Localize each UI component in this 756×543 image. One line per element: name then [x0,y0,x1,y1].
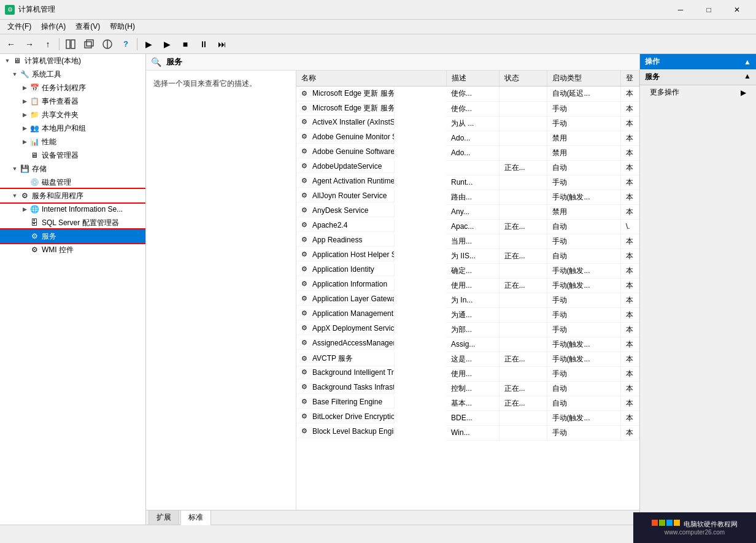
play-selected-button[interactable]: ▶ [158,36,176,52]
col-name[interactable]: 名称 [296,71,446,87]
table-row[interactable]: ⚙AppX Deployment Service ...为部...手动本 [296,322,639,337]
table-row[interactable]: ⚙AllJoyn Router Service路由...手动(触发...本 [296,190,639,204]
col-login[interactable]: 登 [621,71,639,87]
stop-button[interactable]: ■ [177,36,194,52]
service-name-cell: ⚙Apache2.4 [296,219,395,232]
expand-icon-performance[interactable]: ▶ [20,139,29,145]
table-row[interactable]: ⚙App Readiness当用...手动本 [296,234,639,248]
restart-button[interactable]: ⏭ [214,36,231,52]
expand-icon-storage[interactable]: ▼ [10,166,20,172]
table-row[interactable]: ⚙Application Layer Gateway ...为 In...手动本 [296,293,639,307]
service-startup-cell: 手动 [547,293,621,307]
table-row[interactable]: ⚙AVCTP 服务这是...正在...手动(触发...本 [296,352,639,366]
expand-icon-local-users[interactable]: ▶ [20,125,29,131]
table-row[interactable]: ⚙AnyDesk ServiceAny...禁用本 [296,204,639,219]
table-row[interactable]: ⚙Agent Activation Runtime_...Runt...手动本 [296,175,639,190]
table-row[interactable]: ⚙Apache2.4Apac...正在...自动\. [296,219,639,234]
computer-icon: 🖥 [12,56,22,66]
tab-extend[interactable]: 扩展 [148,510,179,525]
service-name-cell: ⚙Application Layer Gateway ... [296,293,395,306]
service-startup-cell: 手动 [547,101,621,116]
table-row[interactable]: ⚙Application Host Helper Se...为 IIS...正在… [296,248,639,263]
table-row[interactable]: ⚙BitLocker Drive Encryption ...BDE...手动(… [296,410,639,425]
col-status[interactable]: 状态 [499,71,547,87]
service-name: Agent Activation Runtime_... [312,177,395,185]
sidebar-item-wmi[interactable]: ⚙ WMI 控件 [0,243,145,256]
service-startup-cell: 自动 [547,248,621,263]
sidebar-item-system-tools[interactable]: ▼ 🔧 系统工具 [0,67,145,81]
wmi-icon: ⚙ [29,245,39,255]
sidebar-item-sql-server[interactable]: 🗄 SQL Server 配置管理器 [0,216,145,229]
expand-icon-task-scheduler[interactable]: ▶ [20,85,29,91]
table-row[interactable]: ⚙Microsoft Edge 更新 服务 (...使你...手动本 [296,101,639,116]
sidebar-item-services[interactable]: ⚙ 服务 [0,229,145,243]
menu-action[interactable]: 操作(A) [36,20,71,33]
right-panel-more-actions[interactable]: 更多操作 ▶ [640,85,756,99]
sidebar-label-event-viewer: 事件查看器 [42,96,79,107]
tab-standard[interactable]: 标准 [180,510,211,525]
sidebar-item-task-scheduler[interactable]: ▶ 📅 任务计划程序 [0,81,145,94]
service-login-cell: 本 [621,234,639,248]
service-name-cell: ⚙AdobeUpdateService [296,160,395,173]
table-row[interactable]: ⚙Application Information使用...正在...手动(触发.… [296,278,639,293]
service-desc-cell: 为部... [446,322,499,337]
table-row[interactable]: ⚙ActiveX Installer (AxInstSV)为从 ...手动本 [296,116,639,131]
up-button[interactable]: ↑ [39,36,56,52]
expand-icon-services-apps[interactable]: ▼ [10,193,20,199]
service-name: AppX Deployment Service ... [312,324,395,333]
play-button[interactable]: ▶ [140,36,157,52]
table-row[interactable]: ⚙Application Management为通...手动本 [296,307,639,322]
table-row[interactable]: ⚙Background Tasks Infrastru...控制...正在...… [296,381,639,396]
sidebar-item-disk-management[interactable]: 💿 磁盘管理 [0,175,145,189]
expand-icon-event-viewer[interactable]: ▶ [20,98,29,104]
service-name-cell: ⚙BitLocker Drive Encryption ... [296,410,395,423]
table-row[interactable]: ⚙Base Filtering Engine基本...正在...自动本 [296,396,639,410]
minimize-button[interactable]: ─ [666,0,695,20]
menu-view[interactable]: 查看(V) [71,20,105,33]
win-tile-red [652,520,658,526]
sidebar-item-shared-folders[interactable]: ▶ 📁 共享文件夹 [0,108,145,121]
right-panel-collapse-icon[interactable]: ▲ [744,58,751,66]
table-row[interactable]: ⚙Background Intelligent Tra...使用...手动本 [296,366,639,381]
menu-file[interactable]: 文件(F) [2,20,36,33]
table-row[interactable]: ⚙Block Level Backup Engine ...Win...手动本 [296,425,639,440]
maximize-button[interactable]: □ [695,0,723,20]
sidebar-item-event-viewer[interactable]: ▶ 📋 事件查看器 [0,94,145,108]
service-status-cell [499,175,547,190]
service-desc-cell: 为从 ... [446,116,499,131]
service-name: Application Identity [312,265,374,274]
service-name: Microsoft Edge 更新 服务 (... [312,103,395,114]
help-button[interactable]: ? [117,36,134,52]
pause-button[interactable]: ⏸ [195,36,212,52]
sidebar-item-services-apps[interactable]: ▼ ⚙ 服务和应用程序 [0,189,145,202]
event-viewer-icon: 📋 [29,96,39,106]
menu-help[interactable]: 帮助(H) [105,20,140,33]
expand-icon-computer[interactable]: ▼ [2,58,12,64]
back-button[interactable]: ← [2,36,20,52]
col-desc[interactable]: 描述 [446,71,499,87]
sidebar-item-storage[interactable]: ▼ 💾 存储 [0,162,145,175]
new-window-button[interactable] [80,36,98,52]
table-row[interactable]: ⚙Application Identity确定...手动(触发...本 [296,263,639,278]
show-hide-console-tree-button[interactable] [62,36,79,52]
expand-icon-shared-folders[interactable]: ▶ [20,112,29,118]
table-row[interactable]: ⚙AssignedAccessManager ...Assig...手动(触发.… [296,337,639,352]
sidebar-item-performance[interactable]: ▶ 📊 性能 [0,135,145,148]
customize-view-button[interactable] [99,36,116,52]
service-name-cell: ⚙Adobe Genuine Monitor S... [296,131,395,144]
table-row[interactable]: ⚙AdobeUpdateService正在...自动本 [296,160,639,175]
table-row[interactable]: ⚙Adobe Genuine Software I...Ado...禁用本 [296,145,639,160]
expand-icon-system-tools[interactable]: ▼ [10,71,20,77]
sidebar-item-device-manager[interactable]: 🖥 设备管理器 [0,148,145,162]
forward-button[interactable]: → [21,36,38,52]
services-table-container[interactable]: 名称 描述 状态 启动类型 登 ⚙Microsoft Edge 更新 服务 (.… [296,71,639,510]
close-button[interactable]: ✕ [723,0,751,20]
service-desc-cell: BDE... [446,410,499,425]
table-row[interactable]: ⚙Adobe Genuine Monitor S...Ado...禁用本 [296,131,639,145]
table-row[interactable]: ⚙Microsoft Edge 更新 服务 (...使你...自动(延迟...本 [296,87,639,102]
col-startup[interactable]: 启动类型 [547,71,621,87]
sidebar-item-computer[interactable]: ▼ 🖥 计算机管理(本地) [0,54,145,67]
sidebar-item-local-users[interactable]: ▶ 👥 本地用户和组 [0,121,145,135]
sidebar-item-iis[interactable]: ▶ 🌐 Internet Information Se... [0,202,145,216]
expand-icon-iis[interactable]: ▶ [20,206,29,212]
